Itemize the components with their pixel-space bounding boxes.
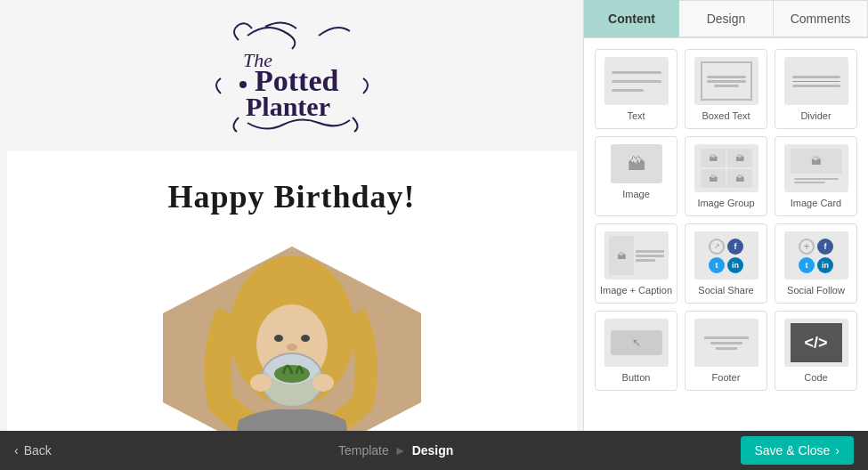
back-label: Back bbox=[24, 443, 52, 458]
social-share-icon: ↗ t f in bbox=[694, 231, 758, 280]
boxed-text-label: Boxed Text bbox=[702, 110, 750, 121]
text-icon bbox=[604, 57, 669, 105]
svg-point-9 bbox=[274, 335, 283, 342]
content-item-footer[interactable]: Footer bbox=[685, 311, 767, 391]
image-icon: 🏔 bbox=[611, 144, 662, 183]
content-item-image-card[interactable]: 🏔 Image Card bbox=[775, 136, 857, 216]
back-button[interactable]: ‹ Back bbox=[14, 443, 52, 458]
back-arrow-icon: ‹ bbox=[14, 443, 19, 458]
content-grid: Text Boxed Text bbox=[584, 38, 868, 431]
tab-design[interactable]: Design bbox=[679, 0, 774, 37]
button-label: Button bbox=[622, 372, 651, 383]
tab-content[interactable]: Content bbox=[584, 0, 679, 37]
divider-label: Divider bbox=[800, 110, 831, 121]
svg-point-10 bbox=[301, 335, 310, 342]
content-item-image-group[interactable]: 🏔 🏔 🏔 🏔 Image Group bbox=[685, 136, 767, 216]
svg-point-15 bbox=[312, 374, 334, 392]
bottom-bar: ‹ Back Template ► Design Save & Close › bbox=[0, 431, 868, 470]
social-share-label: Social Share bbox=[698, 285, 753, 296]
content-item-social-follow[interactable]: + t f in Social Follow bbox=[775, 223, 857, 304]
email-content: The Potted Planter Happy Birthd bbox=[7, 0, 577, 431]
svg-point-11 bbox=[287, 344, 297, 351]
birthday-title: Happy Birthday! bbox=[43, 178, 541, 215]
svg-point-14 bbox=[250, 374, 272, 392]
breadcrumb-sep: ► bbox=[394, 443, 407, 458]
code-label: Code bbox=[804, 372, 827, 383]
image-group-icon: 🏔 🏔 🏔 🏔 bbox=[694, 144, 758, 192]
button-icon: ↖ bbox=[604, 319, 669, 367]
breadcrumb-template: Template bbox=[338, 443, 389, 458]
tab-comments[interactable]: Comments bbox=[774, 0, 868, 37]
social-follow-icon: + t f in bbox=[784, 231, 848, 280]
content-item-text[interactable]: Text bbox=[595, 49, 677, 129]
content-item-image-caption[interactable]: 🏔 Image + Caption bbox=[595, 223, 677, 304]
logo-image: The Potted Planter bbox=[194, 18, 390, 134]
code-icon: </> bbox=[784, 319, 848, 367]
breadcrumb: Template ► Design bbox=[338, 443, 453, 458]
logo-section: The Potted Planter bbox=[7, 0, 577, 151]
content-item-button[interactable]: ↖ Button bbox=[595, 311, 677, 391]
image-section bbox=[7, 233, 577, 431]
social-follow-label: Social Follow bbox=[787, 285, 845, 296]
image-card-label: Image Card bbox=[791, 198, 841, 208]
tabs: Content Design Comments bbox=[584, 0, 868, 38]
right-panel: Content Design Comments Text bbox=[583, 0, 868, 431]
image-label: Image bbox=[622, 189, 650, 199]
canvas-area: The Potted Planter Happy Birthd bbox=[0, 0, 583, 431]
hexagon-image bbox=[158, 242, 426, 431]
content-item-divider[interactable]: Divider bbox=[775, 49, 857, 129]
text-label: Text bbox=[627, 110, 645, 121]
save-close-button[interactable]: Save & Close › bbox=[741, 436, 855, 465]
divider-icon bbox=[784, 57, 848, 105]
content-item-image[interactable]: 🏔 Image bbox=[595, 136, 677, 216]
image-caption-label: Image + Caption bbox=[600, 285, 672, 296]
content-item-boxed-text[interactable]: Boxed Text bbox=[685, 49, 767, 129]
content-item-social-share[interactable]: ↗ t f in Social Share bbox=[685, 223, 767, 304]
breadcrumb-design: Design bbox=[412, 443, 454, 458]
image-card-icon: 🏔 bbox=[784, 144, 848, 192]
birthday-section: Happy Birthday! bbox=[7, 151, 577, 233]
footer-icon bbox=[694, 319, 758, 367]
save-close-label: Save & Close bbox=[755, 443, 831, 458]
footer-label: Footer bbox=[712, 372, 741, 383]
image-group-label: Image Group bbox=[697, 198, 754, 208]
content-item-code[interactable]: </> Code bbox=[775, 311, 857, 391]
svg-point-3 bbox=[239, 81, 247, 88]
svg-text:Planter: Planter bbox=[246, 92, 330, 121]
boxed-text-icon bbox=[694, 57, 758, 105]
image-caption-icon: 🏔 bbox=[604, 231, 669, 280]
chevron-right-icon: › bbox=[835, 443, 840, 458]
